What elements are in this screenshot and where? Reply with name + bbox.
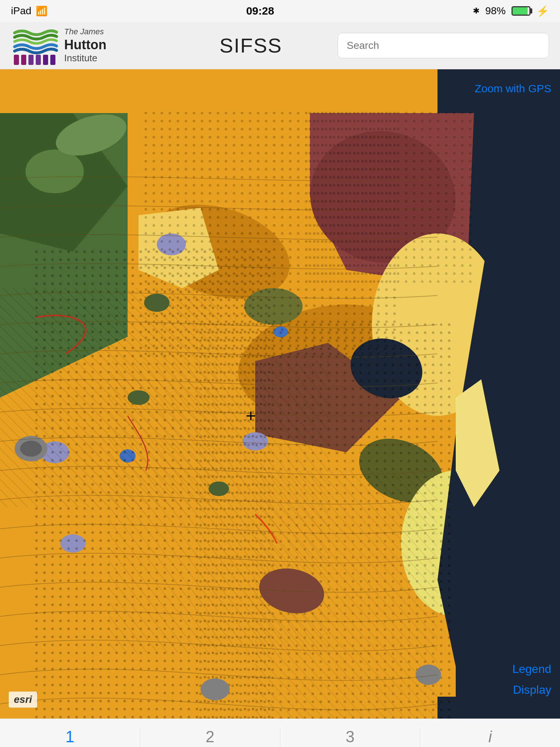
- charging-icon: ⚡: [536, 5, 549, 17]
- tab-info[interactable]: i Info: [420, 719, 560, 747]
- svg-rect-1: [21, 55, 26, 65]
- svg-rect-3: [36, 55, 41, 65]
- map-container[interactable]: Zoom with GPS + esri Legend Display: [0, 69, 560, 719]
- status-bar: iPad 📶 09:28 ✱ 98% ⚡: [0, 0, 560, 22]
- display-button[interactable]: Display: [512, 683, 551, 697]
- time-display: 09:28: [246, 5, 274, 17]
- svg-rect-2: [28, 55, 34, 65]
- map-controls: Legend Display: [512, 662, 551, 697]
- map-canvas[interactable]: [0, 69, 560, 719]
- tab-result[interactable]: 3 Result: [280, 719, 420, 747]
- tab-result-number: 3: [346, 728, 354, 746]
- logo-text: The James Hutton Institute: [64, 27, 106, 64]
- status-right: ✱ 98% ⚡: [473, 5, 549, 17]
- tab-choose[interactable]: 2 Choose: [140, 719, 280, 747]
- device-label: iPad: [11, 5, 31, 17]
- app-title: SIFSS: [164, 34, 338, 57]
- legend-button[interactable]: Legend: [512, 662, 551, 676]
- battery-percent: 98%: [485, 5, 506, 17]
- tab-choose-number: 2: [206, 728, 214, 746]
- logo-hutton: Hutton: [64, 37, 106, 53]
- svg-rect-0: [14, 55, 19, 65]
- esri-watermark: esri: [9, 692, 37, 708]
- logo-institute: Institute: [64, 53, 106, 64]
- gps-zoom-button[interactable]: Zoom with GPS: [475, 82, 551, 95]
- battery-indicator: [512, 6, 530, 16]
- logo-container: The James Hutton Institute: [11, 26, 164, 66]
- logo-the: The James: [64, 27, 106, 36]
- bluetooth-icon: ✱: [473, 6, 479, 16]
- tab-map[interactable]: 1 Map: [0, 719, 140, 747]
- tab-bar: 1 Map 2 Choose 3 Result i Info: [0, 719, 560, 747]
- status-left: iPad 📶: [11, 5, 47, 17]
- svg-rect-4: [43, 55, 48, 65]
- app-header: The James Hutton Institute SIFSS: [0, 22, 560, 69]
- search-container[interactable]: [338, 33, 549, 58]
- tab-map-number: 1: [65, 728, 74, 746]
- search-input[interactable]: [338, 33, 549, 58]
- tab-info-number: i: [488, 728, 492, 746]
- wifi-icon: 📶: [36, 5, 47, 17]
- logo-graphic: [11, 26, 58, 66]
- svg-rect-5: [50, 55, 55, 65]
